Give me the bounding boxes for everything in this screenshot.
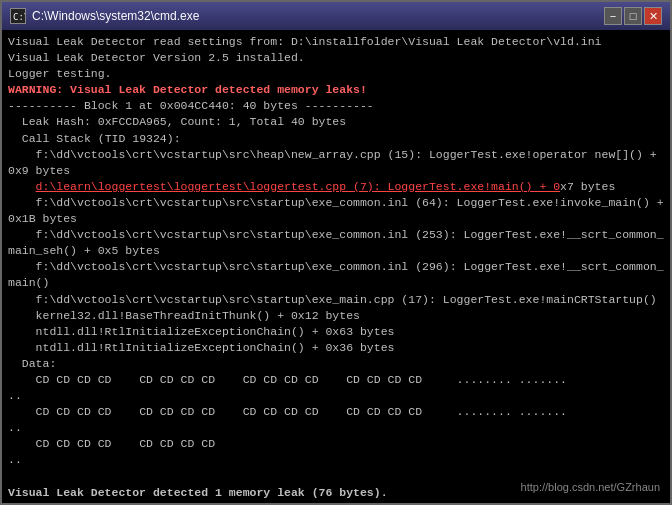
line-l3: Logger testing. bbox=[8, 66, 664, 82]
line-l20: CD CD CD CD CD CD CD CD CD CD CD CD CD C… bbox=[8, 404, 664, 420]
line-l21: .. bbox=[8, 420, 664, 436]
title-bar: C:\ C:\Windows\system32\cmd.exe − □ ✕ bbox=[2, 2, 670, 30]
line-l17: Data: bbox=[8, 356, 664, 372]
line-l18: CD CD CD CD CD CD CD CD CD CD CD CD CD C… bbox=[8, 372, 664, 388]
line-l22: CD CD CD CD CD CD CD CD bbox=[8, 436, 664, 452]
minimize-button[interactable]: − bbox=[604, 7, 622, 25]
window: C:\ C:\Windows\system32\cmd.exe − □ ✕ Vi… bbox=[0, 0, 672, 505]
line-l5: ---------- Block 1 at 0x004CC440: 40 byt… bbox=[8, 98, 664, 114]
line-l16: ntdll.dll!RtlInitializeExceptionChain() … bbox=[8, 340, 664, 356]
line-l2: Visual Leak Detector Version 2.5 install… bbox=[8, 50, 664, 66]
window-title: C:\Windows\system32\cmd.exe bbox=[32, 9, 199, 23]
line-l14: kernel32.dll!BaseThreadInitThunk() + 0x1… bbox=[8, 308, 664, 324]
line-l4: WARNING: Visual Leak Detector detected m… bbox=[8, 82, 664, 98]
close-button[interactable]: ✕ bbox=[644, 7, 662, 25]
maximize-button[interactable]: □ bbox=[624, 7, 642, 25]
line-l23: .. bbox=[8, 452, 664, 468]
line-l6: Leak Hash: 0xFCCDA965, Count: 1, Total 4… bbox=[8, 114, 664, 130]
line-l8: f:\dd\vctools\crt\vcstartup\src\heap\new… bbox=[8, 147, 664, 179]
loggertest-link[interactable]: d:\learn\loggertest\loggertest\loggertes… bbox=[36, 180, 561, 193]
title-controls: − □ ✕ bbox=[604, 7, 662, 25]
line-l9: d:\learn\loggertest\loggertest\loggertes… bbox=[8, 179, 664, 195]
line-l1: Visual Leak Detector read settings from:… bbox=[8, 34, 664, 50]
console-body: Visual Leak Detector read settings from:… bbox=[2, 30, 670, 503]
line-l15: ntdll.dll!RtlInitializeExceptionChain() … bbox=[8, 324, 664, 340]
line-l26: Largest number used: 76 bytes. bbox=[8, 501, 664, 503]
svg-text:C:\: C:\ bbox=[13, 12, 25, 22]
title-bar-left: C:\ C:\Windows\system32\cmd.exe bbox=[10, 8, 199, 24]
line-l12: f:\dd\vctools\crt\vcstartup\src\startup\… bbox=[8, 259, 664, 291]
cmd-icon: C:\ bbox=[10, 8, 26, 24]
line-l11: f:\dd\vctools\crt\vcstartup\src\startup\… bbox=[8, 227, 664, 259]
line-l10: f:\dd\vctools\crt\vcstartup\src\startup\… bbox=[8, 195, 664, 227]
watermark: http://blog.csdn.net/GZrhaun bbox=[521, 480, 660, 495]
line-l13: f:\dd\vctools\crt\vcstartup\src\startup\… bbox=[8, 292, 664, 308]
line-l7: Call Stack (TID 19324): bbox=[8, 131, 664, 147]
line-l19: .. bbox=[8, 388, 664, 404]
